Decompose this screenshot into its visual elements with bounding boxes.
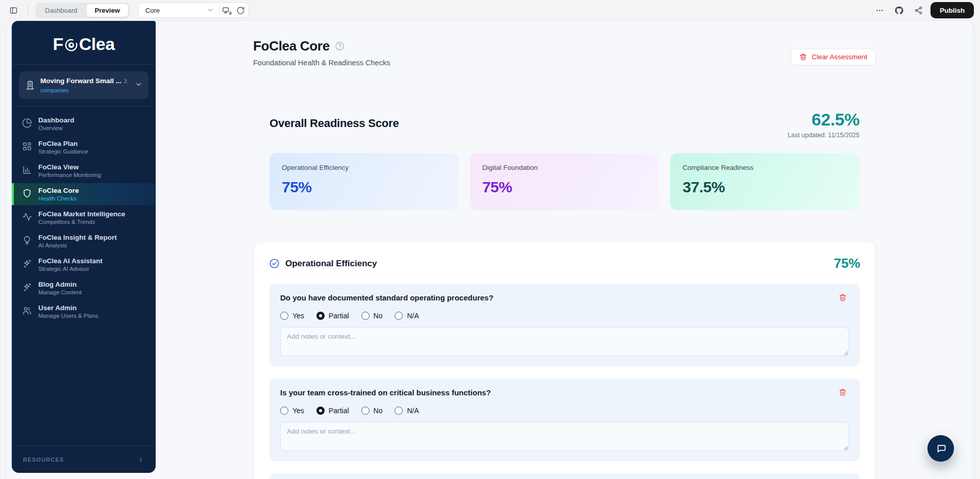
question-text: Is your team cross-trained on critical b… [280, 386, 491, 397]
section-card: Operational Efficiency 75% Do you have d… [253, 242, 876, 479]
radio-icon [316, 312, 325, 320]
sidebar-item[interactable]: FoClea Core Health Checks [12, 183, 156, 205]
overall-score: 62.5% [788, 110, 860, 130]
page-subtitle: Foundational Health & Readiness Checks [253, 59, 390, 67]
workspace-selector[interactable]: Moving Forward Small ... 3 companies [19, 71, 149, 99]
sidebar-item[interactable]: Blog Admin Manage Content [12, 277, 156, 299]
bar-chart-icon [22, 165, 32, 175]
notes-input[interactable] [280, 327, 849, 356]
radio-option[interactable]: N/A [395, 312, 419, 320]
resources-toggle[interactable]: RESOURCES [12, 446, 156, 473]
page-header: FoClea Core Foundational Health & Readin… [253, 38, 876, 67]
page-title: FoClea Core [253, 38, 330, 54]
section-score: 75% [834, 256, 860, 271]
workspace-name: Moving Forward Small ... [40, 77, 121, 85]
radio-icon [316, 407, 325, 415]
sidebar-divider [12, 64, 155, 65]
logo-text-rest: Clea [79, 34, 115, 54]
radio-option[interactable]: No [361, 312, 383, 320]
sidebar-item[interactable]: FoClea View Performance Monitoring [12, 160, 156, 182]
radio-icon [280, 407, 288, 415]
page-controls: Core 0 [138, 3, 249, 18]
radio-option[interactable]: N/A [395, 407, 419, 415]
delete-question-button[interactable] [837, 291, 849, 304]
question-block: Is your team cross-trained on critical b… [269, 379, 860, 461]
readiness-summary: Overall Readiness Score 62.5% Last updat… [253, 110, 876, 210]
clear-assessment-button[interactable]: Clear Assessment [791, 48, 876, 65]
radio-icon [361, 407, 370, 415]
sidebar-item[interactable]: FoClea Insight & Report AI Analysis [12, 230, 156, 252]
sidebar-item-subtitle: Manage Content [38, 289, 82, 295]
page-select[interactable]: Core [138, 7, 219, 14]
metric-value: 75% [482, 179, 647, 196]
sidebar-item-title: Blog Admin [38, 281, 82, 288]
question-block: Do you have documented standard operatin… [269, 284, 860, 366]
resources-label: RESOURCES [23, 457, 64, 463]
sidebar-item[interactable]: FoClea Market Intelligence Competitors &… [12, 207, 156, 229]
sidebar-item-subtitle: Manage Users & Plans [38, 313, 99, 319]
building-icon [25, 80, 35, 90]
metric-value: 75% [282, 179, 447, 196]
radio-option[interactable]: No [361, 407, 383, 415]
publish-button[interactable]: Publish [930, 2, 974, 18]
layout-grid-icon [22, 141, 32, 152]
shield-icon [22, 188, 32, 198]
answer-options: Yes Partial No N/A [280, 407, 849, 415]
metric-label: Operational Efficiency [282, 164, 447, 171]
share-button[interactable] [911, 3, 925, 17]
metric-cards: Operational Efficiency 75% Digital Found… [270, 153, 860, 210]
sidebar-item[interactable]: User Admin Manage Users & Plans [12, 300, 156, 322]
view-switcher: Dashboard Preview [35, 3, 130, 18]
app-sidebar: F Clea Moving Forward Small ... 3 compan… [12, 21, 156, 473]
sidebar-item-title: FoClea Insight & Report [38, 234, 117, 241]
more-options-button[interactable] [872, 3, 887, 17]
panel-left-icon [9, 6, 18, 15]
sidebar-item[interactable]: Dashboard Overview [12, 113, 156, 135]
sidebar-item-subtitle: Performance Monitoring [38, 172, 101, 178]
console-count: 0 [229, 11, 232, 16]
chat-bubble-icon [935, 443, 947, 455]
question-text: Do you have documented standard operatin… [280, 291, 494, 302]
metric-card: Operational Efficiency 75% [270, 153, 459, 210]
pie-chart-icon [22, 118, 32, 128]
radio-option[interactable]: Yes [280, 312, 304, 320]
notes-input[interactable] [280, 422, 849, 451]
page-select-value: Core [145, 7, 160, 14]
chevron-down-icon [207, 7, 214, 14]
sidebar-item-title: FoClea Market Intelligence [38, 210, 125, 218]
refresh-button[interactable] [234, 3, 248, 17]
sidebar-item-subtitle: Overview [38, 125, 75, 131]
github-button[interactable] [892, 3, 906, 17]
radio-option[interactable]: Partial [316, 407, 349, 415]
logo-eye-icon [64, 38, 78, 52]
metric-label: Digital Foundation [482, 164, 647, 171]
app-logo: F Clea [12, 21, 156, 64]
sidebar-item-title: FoClea Core [38, 187, 79, 194]
delete-question-button[interactable] [837, 386, 849, 398]
sidebar-item[interactable]: FoClea AI Assistant Strategic AI Advisor [12, 254, 156, 275]
github-icon [895, 6, 903, 15]
help-button[interactable] [335, 41, 345, 51]
sidebar-item-subtitle: Strategic Guidance [38, 148, 88, 155]
sidebar-item-subtitle: Competitors & Trends [38, 219, 125, 225]
tab-preview[interactable]: Preview [87, 4, 128, 17]
sidebar-item-title: User Admin [38, 304, 99, 312]
sidebar-nav: Dashboard Overview FoClea Plan Strategic… [12, 106, 156, 329]
sidebar-item-subtitle: Strategic AI Advisor [38, 266, 103, 272]
sidebar-item[interactable]: FoClea Plan Strategic Guidance [12, 136, 156, 158]
radio-option[interactable]: Partial [316, 312, 349, 320]
metric-card: Compliance Readiness 37.5% [670, 153, 860, 210]
help-circle-icon [335, 41, 345, 51]
share-icon [914, 6, 923, 15]
chevron-down-icon [135, 81, 142, 88]
chat-fab-button[interactable] [927, 435, 954, 462]
logo-text-first: F [53, 34, 63, 54]
metric-value: 37.5% [682, 179, 847, 196]
tab-dashboard[interactable]: Dashboard [37, 4, 86, 17]
sidebar-toggle-button[interactable] [6, 3, 20, 17]
radio-icon [395, 312, 403, 320]
console-button[interactable]: 0 [219, 3, 234, 17]
top-toolbar: Dashboard Preview Core 0 Publish [0, 0, 980, 20]
sparkles-icon [22, 282, 32, 292]
radio-option[interactable]: Yes [280, 407, 304, 415]
